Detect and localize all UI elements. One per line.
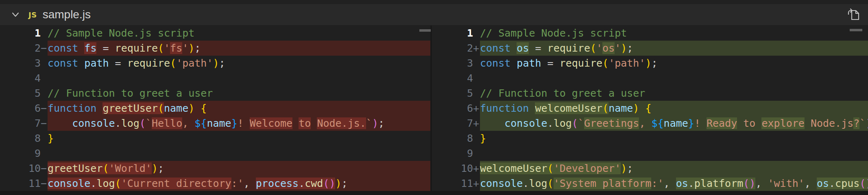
bottom-strip (0, 191, 868, 195)
line-number: 4 (0, 71, 41, 86)
line-number: 7 (0, 116, 41, 131)
code-line[interactable]: 10−greetUser('World'); (0, 161, 430, 176)
code-line[interactable]: 3const path = require('path'); (0, 56, 430, 71)
code-text (480, 71, 868, 86)
code-line[interactable]: 10+welcomeUser('Developer'); (432, 161, 868, 176)
diff-sign: − (41, 41, 48, 56)
diff-editor-widget: JS sample.js 1// Sample Node.js script2−… (0, 0, 868, 195)
js-file-icon: JS (28, 11, 37, 19)
diff-sign: + (473, 41, 480, 56)
diff-sign (473, 26, 480, 41)
line-number: 8 (432, 131, 473, 146)
code-text: console.log('Current directory:', proces… (48, 176, 430, 191)
code-text: const os = require('os'); (480, 41, 868, 56)
header-actions (846, 7, 861, 22)
diff-sign: + (473, 101, 480, 116)
diff-sign: − (41, 176, 48, 191)
code-line[interactable]: 6−function greetUser(name) { (0, 101, 430, 116)
diff-sign: + (473, 176, 480, 191)
diff-sign (41, 86, 48, 101)
diff-sign: − (41, 101, 48, 116)
horizontal-scrollbar-left[interactable] (419, 29, 431, 32)
code-text: function welcomeUser(name) { (480, 101, 868, 116)
code-text (48, 146, 430, 161)
code-line[interactable]: 1// Sample Node.js script (432, 26, 868, 41)
line-number: 11 (432, 176, 473, 191)
line-number: 11 (0, 176, 41, 191)
code-line[interactable]: 9 (0, 146, 430, 161)
diff-editor-body: 1// Sample Node.js script2−const fs = re… (0, 26, 868, 191)
code-text: greetUser('World'); (48, 161, 430, 176)
code-line[interactable]: 9 (432, 146, 868, 161)
diff-sign (41, 71, 48, 86)
code-text: function greetUser(name) { (48, 101, 430, 116)
line-number: 1 (0, 26, 41, 41)
diff-sign (41, 146, 48, 161)
line-number: 2 (0, 41, 41, 56)
line-number: 10 (0, 161, 41, 176)
diff-sign: − (41, 161, 48, 176)
diff-header: JS sample.js (0, 4, 868, 26)
diff-sign: + (473, 116, 480, 131)
code-line[interactable]: 7+ console.log(`Greetings, ${name}! Read… (432, 116, 868, 131)
code-line[interactable]: 11+console.log('System platform:', os.pl… (432, 176, 868, 191)
code-line[interactable]: 5// Function to greet a user (0, 86, 430, 101)
code-text: } (48, 131, 430, 146)
diff-sign: + (473, 161, 480, 176)
chevron-down-icon[interactable] (10, 9, 21, 20)
line-number: 8 (0, 131, 41, 146)
horizontal-scrollbar-right[interactable] (850, 29, 862, 31)
code-line[interactable]: 4 (432, 71, 868, 86)
code-text (480, 146, 868, 161)
code-text: const path = require('path'); (480, 56, 868, 71)
line-number: 6 (0, 101, 41, 116)
code-line[interactable]: 2+const os = require('os'); (432, 41, 868, 56)
code-line[interactable]: 11−console.log('Current directory:', pro… (0, 176, 430, 191)
diff-sign (473, 71, 480, 86)
code-line[interactable]: 8} (0, 131, 430, 146)
code-line[interactable]: 2−const fs = require('fs'); (0, 41, 430, 56)
diff-sign: − (41, 116, 48, 131)
code-text: const path = require('path'); (48, 56, 430, 71)
diff-sign (473, 146, 480, 161)
line-number: 7 (432, 116, 473, 131)
diff-sign (473, 56, 480, 71)
line-number: 4 (432, 71, 473, 86)
code-line[interactable]: 6+function welcomeUser(name) { (432, 101, 868, 116)
code-line[interactable]: 5// Function to greet a user (432, 86, 868, 101)
open-file-icon (846, 7, 861, 22)
code-line[interactable]: 7− console.log(`Hello, ${name}! Welcome … (0, 116, 430, 131)
line-number: 5 (0, 86, 41, 101)
diff-sign (41, 56, 48, 71)
line-number: 6 (432, 101, 473, 116)
line-number: 3 (0, 56, 41, 71)
line-number: 2 (432, 41, 473, 56)
code-line[interactable]: 8} (432, 131, 868, 146)
code-text: } (480, 131, 868, 146)
code-line[interactable]: 3const path = require('path'); (432, 56, 868, 71)
top-strip (0, 0, 868, 4)
code-text: // Sample Node.js script (480, 26, 868, 41)
code-line[interactable]: 1// Sample Node.js script (0, 26, 430, 41)
code-text: const fs = require('fs'); (48, 41, 430, 56)
code-text: console.log(`Hello, ${name}! Welcome to … (48, 116, 430, 131)
original-pane[interactable]: 1// Sample Node.js script2−const fs = re… (0, 26, 430, 191)
diff-sign (473, 131, 480, 146)
line-number: 9 (432, 146, 473, 161)
open-file-button[interactable] (846, 7, 861, 22)
line-number: 3 (432, 56, 473, 71)
code-text: // Sample Node.js script (48, 26, 430, 41)
file-name: sample.js (43, 8, 91, 21)
line-number: 9 (0, 146, 41, 161)
diff-sign (41, 26, 48, 41)
code-text (48, 71, 430, 86)
diff-sign (473, 86, 480, 101)
modified-pane[interactable]: 1// Sample Node.js script2+const os = re… (432, 26, 868, 191)
line-number: 1 (432, 26, 473, 41)
diff-sign (41, 131, 48, 146)
line-number: 10 (432, 161, 473, 176)
code-text: // Function to greet a user (480, 86, 868, 101)
code-text: // Function to greet a user (48, 86, 430, 101)
code-line[interactable]: 4 (0, 71, 430, 86)
code-text: console.log('System platform:', os.platf… (480, 176, 868, 191)
